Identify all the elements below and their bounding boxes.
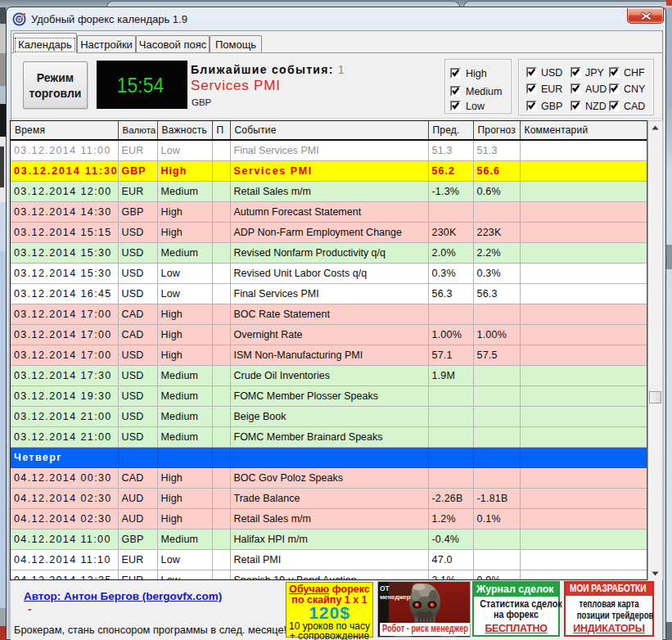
- svg-text:ОТ: ОТ: [380, 584, 390, 593]
- svg-text:менеджер: менеджер: [380, 593, 411, 601]
